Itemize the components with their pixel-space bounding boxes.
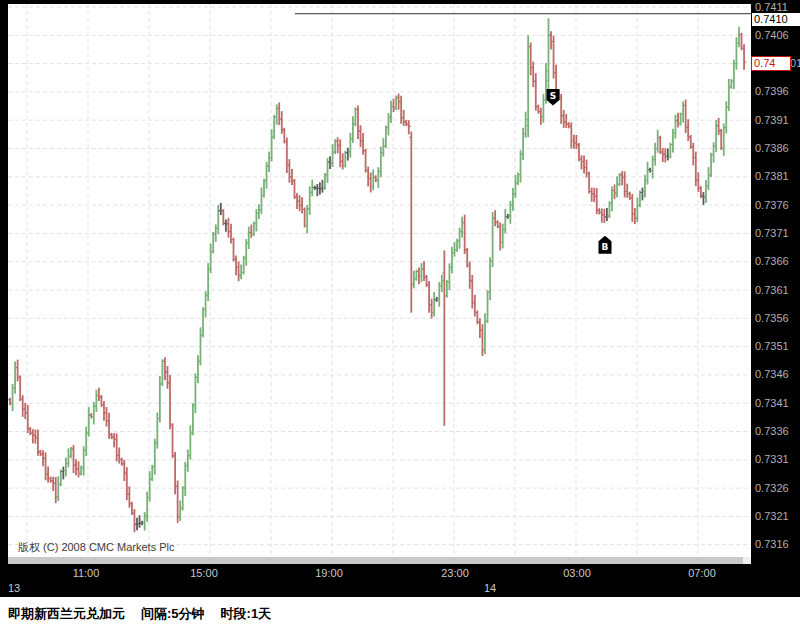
period-label: 时段:1天	[221, 606, 272, 621]
y-axis-label: 0.7351	[755, 340, 789, 352]
y-axis-label: 0.7326	[755, 482, 789, 494]
x-axis-day-label: 14	[484, 582, 496, 594]
interval-label: 间隔:5分钟	[141, 606, 205, 621]
gridlines	[8, 4, 751, 557]
y-axis-label: 0.7336	[755, 425, 789, 437]
y-axis-label: 0.7381	[755, 170, 789, 182]
x-axis-time-label: 11:00	[73, 567, 100, 579]
svg-text:S: S	[550, 91, 556, 101]
y-axis-label: 0.7371	[755, 227, 789, 239]
scrollbar-end-cap	[743, 557, 751, 564]
copyright-text: 版权 (C) 2008 CMC Markets Plc	[18, 540, 174, 555]
y-axis-label: 0.7386	[755, 142, 789, 154]
y-axis-label: 0.7361	[755, 284, 789, 296]
current-price-label-tail: 01	[790, 57, 800, 69]
y-axis-label: 0.7391	[755, 114, 789, 126]
sell-trade-marker[interactable]: S	[547, 89, 560, 106]
y-axis-label: 0.7331	[755, 453, 789, 465]
y-axis-label: 0.7316	[755, 538, 789, 550]
high-line-price-label: 0.7410	[751, 12, 800, 27]
instrument-name: 即期新西兰元兑加元	[8, 606, 125, 621]
y-axis-label: 0.7356	[755, 312, 789, 324]
chart-window: SB 版权 (C) 2008 CMC Markets Plc 0.74110.7…	[0, 0, 800, 625]
chart-frame: SB 版权 (C) 2008 CMC Markets Plc 0.74110.7…	[0, 0, 800, 597]
current-price-box: 0.74	[751, 56, 791, 71]
x-axis-day-label: 13	[8, 582, 20, 594]
y-axis-label: 0.7396	[755, 85, 789, 97]
status-bar: 即期新西兰元兑加元间隔:5分钟时段:1天	[0, 597, 800, 625]
horizontal-scrollbar[interactable]	[8, 557, 751, 564]
x-axis-time-label: 15:00	[190, 567, 218, 579]
current-price-label: 0.74	[754, 57, 775, 69]
x-axis-time-label: 03:00	[563, 567, 591, 579]
y-axis-label: 0.7346	[755, 368, 789, 380]
buy-trade-marker[interactable]: B	[599, 236, 612, 254]
candlestick-chart[interactable]: SB	[8, 4, 751, 557]
x-axis-time-label: 23:00	[441, 567, 469, 579]
svg-text:B: B	[602, 242, 609, 252]
candlestick-series[interactable]	[8, 18, 746, 532]
price-chart-plot[interactable]: SB 版权 (C) 2008 CMC Markets Plc	[8, 4, 751, 557]
y-axis-label: 0.7366	[755, 255, 789, 267]
y-axis-label: 0.7341	[755, 397, 789, 409]
y-axis-label: 0.7321	[755, 510, 789, 522]
x-axis-time-label: 07:00	[688, 567, 716, 579]
y-axis-label: 0.7406	[755, 29, 789, 41]
y-axis-label: 0.7411	[755, 1, 788, 13]
y-axis-label: 0.7376	[755, 199, 789, 211]
x-axis-time-label: 19:00	[315, 567, 343, 579]
